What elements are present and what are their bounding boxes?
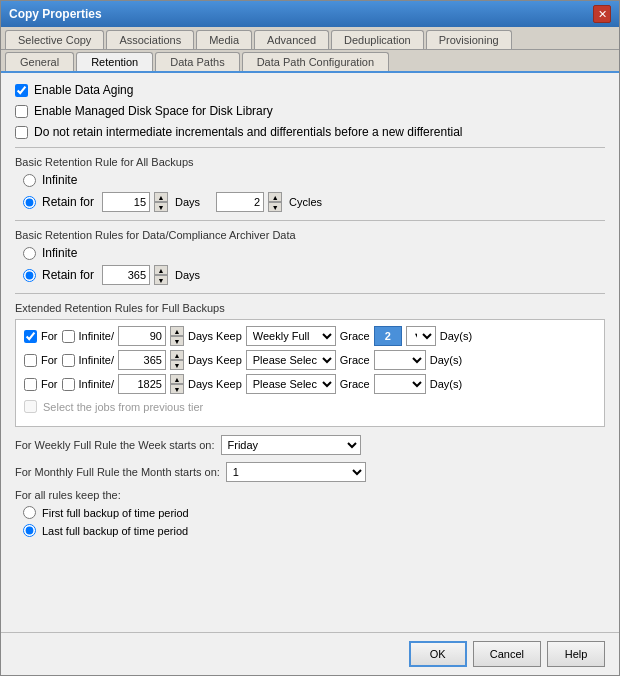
ext-grace-label-1: Grace [340, 330, 370, 342]
do-not-retain-checkbox[interactable] [15, 126, 28, 139]
monthly-rule-select[interactable]: 12345 [226, 462, 366, 482]
tab-selective-copy[interactable]: Selective Copy [5, 30, 104, 49]
ext-row-2: For Infinite/ ▲ ▼ Days Keep Please Selec… [24, 350, 596, 370]
close-button[interactable]: ✕ [593, 5, 611, 23]
weekly-rule-select[interactable]: Friday Sunday Monday Tuesday Wednesday T… [221, 435, 361, 455]
ext-infinite-label-3: Infinite/ [79, 378, 114, 390]
ext-grace-value-1: 2 [374, 326, 402, 346]
ext-days-unit-3: Day(s) [430, 378, 462, 390]
content-area: Enable Data Aging Enable Managed Disk Sp… [1, 73, 619, 632]
tab-provisioning[interactable]: Provisioning [426, 30, 512, 49]
first-full-radio-row: First full backup of time period [23, 506, 605, 519]
days-down-compliance[interactable]: ▼ [154, 275, 168, 285]
ext-days-input-3[interactable] [118, 374, 166, 394]
ext-days-label-2: Days Keep [188, 354, 242, 366]
tab-general[interactable]: General [5, 52, 74, 71]
days-down-all[interactable]: ▼ [154, 202, 168, 212]
do-not-retain-label: Do not retain intermediate incrementals … [34, 125, 462, 139]
retain-for-label-all: Retain for [42, 195, 94, 209]
retain-for-radio-all[interactable] [23, 196, 36, 209]
ext-for-label-3: For [41, 378, 58, 390]
ext-infinite-checkbox-2[interactable] [62, 354, 75, 367]
days-up-compliance[interactable]: ▲ [154, 265, 168, 275]
footer: OK Cancel Help [1, 632, 619, 675]
days-input-all[interactable]: 15 [102, 192, 150, 212]
cycles-down-all[interactable]: ▼ [268, 202, 282, 212]
infinite-radio-compliance[interactable] [23, 247, 36, 260]
ext-days-input-1[interactable] [118, 326, 166, 346]
enable-managed-disk-row: Enable Managed Disk Space for Disk Libra… [15, 104, 605, 118]
enable-managed-disk-label: Enable Managed Disk Space for Disk Libra… [34, 104, 273, 118]
ext-days-label-1: Days Keep [188, 330, 242, 342]
first-full-label: First full backup of time period [42, 507, 189, 519]
ext-grace-select-2[interactable] [374, 350, 426, 370]
basic-retention-all-label: Basic Retention Rule for All Backups [15, 156, 605, 168]
enable-data-aging-row: Enable Data Aging [15, 83, 605, 97]
retain-for-radio-compliance[interactable] [23, 269, 36, 282]
monthly-rule-row: For Monthly Full Rule the Month starts o… [15, 462, 605, 482]
ext-days-spinner-1: ▲ ▼ [118, 326, 184, 346]
select-jobs-checkbox[interactable] [24, 400, 37, 413]
ext-row-1: For Infinite/ ▲ ▼ Days Keep Weekly Full … [24, 326, 596, 346]
tab-data-paths[interactable]: Data Paths [155, 52, 239, 71]
ext-keep-select-1[interactable]: Weekly Full Monthly Full Quarterly Full … [246, 326, 336, 346]
ok-button[interactable]: OK [409, 641, 467, 667]
cycles-unit-all: Cycles [289, 196, 322, 208]
window-title: Copy Properties [9, 7, 102, 21]
ext-days-spinner-2: ▲ ▼ [118, 350, 184, 370]
tab-media[interactable]: Media [196, 30, 252, 49]
tab-advanced[interactable]: Advanced [254, 30, 329, 49]
ext-days-spinner-3: ▲ ▼ [118, 374, 184, 394]
keep-rules-section: For all rules keep the: First full backu… [15, 489, 605, 537]
cycles-up-all[interactable]: ▲ [268, 192, 282, 202]
ext-for-checkbox-2[interactable] [24, 354, 37, 367]
ext-for-checkbox-3[interactable] [24, 378, 37, 391]
ext-days-up-1[interactable]: ▲ [170, 326, 184, 336]
ext-grace-select-1[interactable]: ▼ [406, 326, 436, 346]
ext-for-checkbox-1[interactable] [24, 330, 37, 343]
tab-data-path-config[interactable]: Data Path Configuration [242, 52, 389, 71]
ext-for-label-1: For [41, 330, 58, 342]
retain-for-label-compliance: Retain for [42, 268, 94, 282]
ext-days-up-2[interactable]: ▲ [170, 350, 184, 360]
cycles-input-all[interactable]: 2 [216, 192, 264, 212]
tab-associations[interactable]: Associations [106, 30, 194, 49]
first-full-radio[interactable] [23, 506, 36, 519]
ext-keep-select-2[interactable]: Please Select Weekly Full Monthly Full [246, 350, 336, 370]
ext-days-down-3[interactable]: ▼ [170, 384, 184, 394]
cancel-button[interactable]: Cancel [473, 641, 541, 667]
ext-row-3: For Infinite/ ▲ ▼ Days Keep Please Selec… [24, 374, 596, 394]
ext-keep-select-3[interactable]: Please Select Weekly Full Monthly Full [246, 374, 336, 394]
cycles-spinner-all: 2 ▲ ▼ Cycles [216, 192, 322, 212]
days-input-compliance[interactable]: 365 [102, 265, 150, 285]
help-button[interactable]: Help [547, 641, 605, 667]
ext-infinite-checkbox-1[interactable] [62, 330, 75, 343]
ext-days-up-3[interactable]: ▲ [170, 374, 184, 384]
retain-for-radio-row-all: Retain for 15 ▲ ▼ Days 2 ▲ ▼ Cycles [23, 192, 605, 212]
ext-days-down-2[interactable]: ▼ [170, 360, 184, 370]
ext-grace-label-3: Grace [340, 378, 370, 390]
weekly-rule-label: For Weekly Full Rule the Week starts on: [15, 439, 215, 451]
days-spinner-btns-compliance: ▲ ▼ [154, 265, 168, 285]
infinite-radio-all[interactable] [23, 174, 36, 187]
ext-days-input-2[interactable] [118, 350, 166, 370]
keep-rules-label: For all rules keep the: [15, 489, 605, 501]
last-full-radio[interactable] [23, 524, 36, 537]
do-not-retain-row: Do not retain intermediate incrementals … [15, 125, 605, 139]
ext-days-label-3: Days Keep [188, 378, 242, 390]
bottom-tab-row: General Retention Data Paths Data Path C… [1, 50, 619, 73]
select-jobs-label: Select the jobs from previous tier [43, 401, 203, 413]
ext-days-down-1[interactable]: ▼ [170, 336, 184, 346]
basic-retention-compliance-label: Basic Retention Rules for Data/Complianc… [15, 229, 605, 241]
cycles-spinner-btns-all: ▲ ▼ [268, 192, 282, 212]
ext-infinite-checkbox-3[interactable] [62, 378, 75, 391]
days-up-all[interactable]: ▲ [154, 192, 168, 202]
days-spinner-all: 15 ▲ ▼ Days [102, 192, 200, 212]
enable-data-aging-checkbox[interactable] [15, 84, 28, 97]
ext-grace-select-3[interactable] [374, 374, 426, 394]
ext-for-label-2: For [41, 354, 58, 366]
ext-infinite-label-1: Infinite/ [79, 330, 114, 342]
tab-retention[interactable]: Retention [76, 52, 153, 71]
enable-managed-disk-checkbox[interactable] [15, 105, 28, 118]
tab-deduplication[interactable]: Deduplication [331, 30, 424, 49]
